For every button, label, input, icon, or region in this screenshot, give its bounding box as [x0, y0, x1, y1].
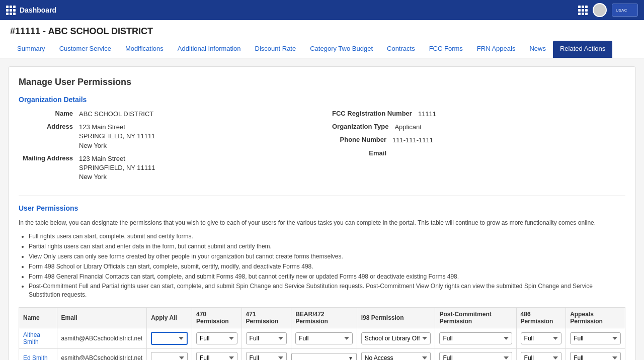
org-details: Name ABC SCHOOL DISTRICT Address 123 Mai…	[19, 110, 625, 186]
perm-498-select-althea[interactable]: School or Library Official General Finan…	[361, 332, 431, 344]
tab-additional-information[interactable]: Additional Information	[171, 41, 248, 58]
perm-498-althea[interactable]: School or Library Official General Finan…	[357, 328, 435, 348]
col-header-apply-all: Apply All	[147, 307, 192, 328]
org-address-label: Address	[19, 123, 79, 130]
user-link-althea[interactable]: Althea Smith	[23, 331, 40, 345]
perm-post-commitment-althea[interactable]: Full Partial View Only No Access	[435, 328, 516, 348]
perm-post-commitment-select-ed[interactable]: Full Partial View Only No Access	[439, 352, 512, 360]
top-bar-right: USAC	[578, 3, 638, 17]
table-header-row: Name Email Apply All 470 Permission 471 …	[19, 307, 625, 328]
org-name-label: Name	[19, 110, 79, 117]
phone-row: Phone Number 111-111-1111	[332, 136, 625, 145]
col-header-email: Email	[57, 307, 147, 328]
main-content: Manage User Permissions Organization Det…	[8, 66, 636, 360]
tab-modifications[interactable]: Modifications	[118, 41, 171, 58]
col-header-498: i98 Permission	[357, 307, 435, 328]
email-label: Email	[332, 149, 392, 157]
apply-all-select-ed[interactable]: Full Partial View Only No Access	[151, 352, 188, 360]
col-header-471: 471 Permission	[242, 307, 291, 328]
bear-472-dropdown-container[interactable]: ▼ Full Partial View Only	[291, 353, 357, 360]
org-badge[interactable]: USAC	[612, 4, 638, 17]
bullet-5: Form 498 General Financial Contacts can …	[29, 273, 625, 281]
perm-486-althea[interactable]: Full Partial View Only No Access	[516, 328, 566, 348]
perm-bear-472-althea[interactable]: Full Partial View Only No Access	[291, 328, 357, 348]
divider	[19, 196, 625, 196]
perm-471-select-ed[interactable]: Full Partial View Only No Access	[246, 352, 287, 360]
org-type-row: Organization Type Applicant	[332, 123, 625, 132]
grid-apps-icon[interactable]	[578, 6, 588, 15]
perm-470-select-ed[interactable]: Full Partial View Only No Access	[196, 352, 237, 360]
org-details-right: FCC Registration Number 11111 Organizati…	[332, 110, 625, 186]
bullet-4: Form 498 School or Library Officials can…	[29, 262, 625, 271]
bullet-6: Post-Commitment Full and Partial rights …	[29, 282, 625, 299]
col-header-post-commitment: Post-Commitment Permission	[435, 307, 516, 328]
apply-all-ed[interactable]: Full Partial View Only No Access	[147, 348, 192, 360]
perm-498-select-ed[interactable]: No Access School or Library Official Gen…	[361, 352, 431, 360]
perm-appeals-althea[interactable]: Full Partial View Only No Access	[566, 328, 625, 348]
permissions-description: In the table below, you can designate th…	[19, 218, 625, 227]
tab-fcc-forms[interactable]: FCC Forms	[422, 41, 470, 58]
apply-all-select-althea[interactable]: Full Partial View Only No Access	[151, 332, 188, 345]
page-title: Manage User Permissions	[19, 77, 625, 87]
fcc-reg-value: 11111	[418, 110, 436, 119]
permissions-bullets: Full rights users can start, complete, s…	[29, 232, 625, 299]
apply-all-althea[interactable]: Full Partial View Only No Access	[147, 328, 192, 348]
bear-472-dropdown-trigger[interactable]: ▼	[291, 353, 357, 360]
col-header-486: 486 Permission	[516, 307, 566, 328]
page-title-bar: #11111 - ABC SCHOOL DISTRICT Summary Cus…	[0, 20, 644, 58]
perm-post-commitment-select-althea[interactable]: Full Partial View Only No Access	[439, 332, 512, 344]
perm-486-ed[interactable]: Full Partial View Only No Access	[516, 348, 566, 360]
perm-470-althea[interactable]: Full Partial View Only No Access	[192, 328, 242, 348]
perm-bear-472-ed[interactable]: ▼ Full Partial View Only	[291, 348, 357, 360]
col-header-bear-472: BEAR/472 Permission	[291, 307, 357, 328]
perm-470-select-althea[interactable]: Full Partial View Only No Access	[196, 332, 237, 344]
avatar[interactable]	[593, 3, 607, 17]
tab-discount-rate[interactable]: Discount Rate	[248, 41, 303, 58]
org-type-label: Organization Type	[332, 123, 394, 130]
tab-customer-service[interactable]: Customer Service	[52, 41, 118, 58]
perm-post-commitment-ed[interactable]: Full Partial View Only No Access	[435, 348, 516, 360]
tab-contracts[interactable]: Contracts	[380, 41, 422, 58]
tab-navigation: Summary Customer Service Modifications A…	[10, 41, 634, 58]
tab-related-actions[interactable]: Related Actions	[553, 41, 612, 58]
permissions-table: Name Email Apply All 470 Permission 471 …	[19, 307, 625, 360]
perm-471-select-althea[interactable]: Full Partial View Only No Access	[246, 332, 287, 344]
col-header-name: Name	[19, 307, 57, 328]
user-link-ed[interactable]: Ed Smith	[23, 354, 48, 360]
org-details-title: Organization Details	[19, 96, 625, 104]
org-type-value: Applicant	[394, 123, 421, 132]
email-row: Email	[332, 149, 625, 157]
bullet-1: Full rights users can start, complete, s…	[29, 232, 625, 241]
perm-470-ed[interactable]: Full Partial View Only No Access	[192, 348, 242, 360]
perm-498-ed[interactable]: No Access School or Library Official Gen…	[357, 348, 435, 360]
org-address-row: Address 123 Main Street SPRINGFIELD, NY …	[19, 123, 312, 150]
perm-471-althea[interactable]: Full Partial View Only No Access	[242, 328, 291, 348]
user-email-althea: asmith@ABCschooldistrict.net	[57, 328, 147, 348]
org-details-left: Name ABC SCHOOL DISTRICT Address 123 Mai…	[19, 110, 312, 186]
bullet-2: Partial rights users can start and enter…	[29, 242, 625, 251]
app-title: Dashboard	[20, 6, 56, 14]
table-row: Althea Smith asmith@ABCschooldistrict.ne…	[19, 328, 625, 348]
perm-471-ed[interactable]: Full Partial View Only No Access	[242, 348, 291, 360]
perm-486-select-althea[interactable]: Full Partial View Only No Access	[521, 332, 562, 344]
tab-summary[interactable]: Summary	[10, 41, 52, 58]
perm-486-select-ed[interactable]: Full Partial View Only No Access	[521, 352, 562, 360]
tab-news[interactable]: News	[522, 41, 553, 58]
phone-value: 111-111-1111	[392, 136, 433, 145]
perm-appeals-select-ed[interactable]: Full Partial View Only No Access	[570, 352, 621, 360]
dropdown-chevron-icon: ▼	[348, 355, 353, 360]
perm-appeals-ed[interactable]: Full Partial View Only No Access	[566, 348, 625, 360]
org-name-value: ABC SCHOOL DISTRICT	[79, 110, 153, 119]
tab-category-two-budget[interactable]: Category Two Budget	[303, 41, 380, 58]
user-name-althea: Althea Smith	[19, 328, 57, 348]
tab-frn-appeals[interactable]: FRN Appeals	[470, 41, 523, 58]
user-permissions-section: User Permissions In the table below, you…	[19, 204, 625, 360]
user-permissions-title: User Permissions	[19, 204, 625, 212]
top-bar: Dashboard USAC	[0, 0, 644, 20]
app-brand[interactable]: Dashboard	[6, 6, 56, 15]
user-email-ed: esmith@ABCschooldistrict.net	[57, 348, 147, 360]
perm-bear-472-select-althea[interactable]: Full Partial View Only No Access	[295, 332, 353, 344]
table-row: Ed Smith esmith@ABCschooldistrict.net Fu…	[19, 348, 625, 360]
app-grid-icon	[6, 6, 16, 15]
perm-appeals-select-althea[interactable]: Full Partial View Only No Access	[570, 332, 621, 344]
